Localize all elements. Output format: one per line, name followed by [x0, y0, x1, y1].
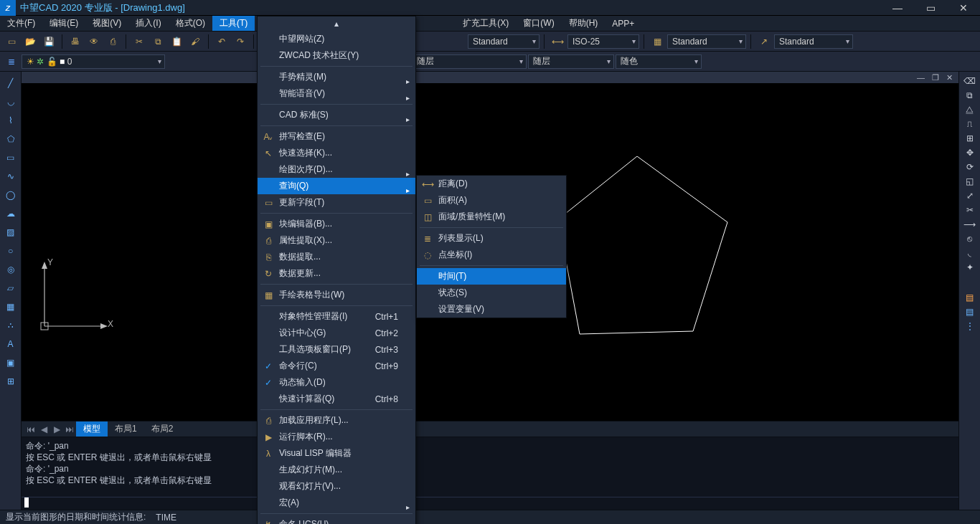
donut-icon[interactable]: ◎ [4, 262, 18, 277]
fillet-icon[interactable]: ◟ [968, 248, 971, 258]
menu-cmdline[interactable]: ✓命令行(C)Ctrl+9 [258, 358, 415, 374]
stretch-icon[interactable]: ⤢ [966, 191, 974, 201]
menu-dataupd[interactable]: ↻数据更新... [258, 265, 415, 282]
block-icon[interactable]: ▣ [4, 356, 18, 370]
menu-designctr[interactable]: 设计中心(G)Ctrl+2 [258, 325, 415, 341]
tab-first-icon[interactable]: ⏮ [24, 424, 37, 434]
menu-attrext[interactable]: ⎙属性提取(X)... [258, 232, 415, 249]
cloud-icon[interactable]: ☁ [4, 206, 18, 221]
minimize-button[interactable]: ― [881, 0, 914, 16]
menu-query[interactable]: 查询(Q) [258, 178, 415, 194]
menu-viewslide[interactable]: 观看幻灯片(V)... [258, 478, 415, 495]
print-icon[interactable]: 🖶 [67, 33, 84, 50]
menu-handexp[interactable]: ▦手绘表格导出(W) [258, 287, 415, 303]
menu-vlisp[interactable]: λVisual LISP 编辑器 [258, 445, 415, 462]
menu-window[interactable]: 窗口(W) [516, 16, 561, 31]
close-button[interactable]: ✕ [947, 0, 980, 16]
layer-manager-icon[interactable]: ≣ [3, 53, 20, 70]
menu-blockedit[interactable]: ▣块编辑器(B)... [258, 216, 415, 232]
mleader-style-dropdown[interactable]: Standard [774, 34, 853, 49]
menu-quicksel[interactable]: ↖快速选择(K)... [258, 145, 415, 161]
polygon-icon[interactable]: ⬠ [4, 132, 18, 146]
copy-icon[interactable]: ⧉ [149, 33, 166, 50]
menu-dataext[interactable]: ⎘数据提取... [258, 249, 415, 265]
ellipse-icon[interactable]: ◯ [4, 188, 18, 202]
table-style-icon[interactable]: ▦ [649, 33, 666, 50]
tab-next-icon[interactable]: ▶ [50, 424, 63, 434]
break-icon[interactable]: ⎋ [967, 234, 972, 244]
menu-file[interactable]: 文件(F) [0, 16, 42, 31]
menu-macro[interactable]: 宏(A) [258, 495, 415, 511]
doc-minimize-icon[interactable]: ― [917, 73, 925, 82]
point-icon[interactable]: ∴ [4, 318, 18, 333]
lineweight-dropdown[interactable]: 随色 [616, 54, 702, 69]
submenu-setvar[interactable]: 设置变量(V) [417, 301, 566, 318]
layer-dropdown[interactable]: ☀ ✲ 🔓 ■ 0 [22, 54, 165, 69]
menu-app[interactable]: APP+ [605, 16, 641, 31]
menu-format[interactable]: 格式(O) [169, 16, 212, 31]
scale-icon[interactable]: ◱ [966, 176, 974, 186]
tools-menu[interactable]: ▴ 中望网站(Z) ZWCAD 技术社区(Y) 手势精灵(M) 智能语音(V) … [257, 16, 416, 524]
tab-layout1[interactable]: 布局1 [108, 421, 144, 437]
dim-icon[interactable]: ⟷ [549, 33, 566, 50]
trim-icon[interactable]: ✂ [966, 205, 974, 215]
table-style-dropdown[interactable]: Standard [667, 34, 746, 49]
cut-icon[interactable]: ✂ [131, 33, 148, 50]
menu-draworder[interactable]: 绘图次序(D)... [258, 161, 415, 178]
menu-quickcalc[interactable]: 快速计算器(Q)Ctrl+8 [258, 391, 415, 407]
text-icon[interactable]: A [4, 337, 18, 351]
table-icon[interactable]: ▦ [4, 300, 18, 314]
menu-dyninput[interactable]: ✓动态输入(D) [258, 374, 415, 391]
menu-tools[interactable]: 工具(T) [212, 16, 255, 31]
menu-cadstd[interactable]: CAD 标准(S) [258, 107, 415, 123]
move-icon[interactable]: ✥ [966, 148, 974, 158]
submenu-list[interactable]: ≣列表显示(L) [417, 230, 566, 247]
polyline-icon[interactable]: ⌇ [4, 113, 18, 128]
menu-toolpal[interactable]: 工具选项板窗口(P)Ctrl+3 [258, 341, 415, 358]
submenu-time[interactable]: 时间(T) [417, 268, 566, 285]
menu-community[interactable]: ZWCAD 技术社区(Y) [258, 47, 415, 64]
mirror-icon[interactable]: ⧋ [966, 105, 974, 115]
menu-runscript[interactable]: ▶运行脚本(R)... [258, 429, 415, 445]
explode-icon[interactable]: ✦ [966, 262, 974, 272]
redo-icon[interactable]: ↷ [232, 33, 249, 50]
menu-nameucs[interactable]: ↯命名 UCS(U)... [258, 516, 415, 524]
command-input[interactable] [22, 497, 958, 510]
circle-icon[interactable]: ○ [4, 244, 18, 258]
publish-icon[interactable]: ⎙ [104, 33, 121, 50]
menu-ext[interactable]: 扩充工具(X) [456, 16, 516, 31]
color-dropdown[interactable]: 随层 [412, 54, 527, 69]
save-icon[interactable]: 💾 [40, 33, 57, 50]
dim-style-dropdown[interactable]: ISO-25 [567, 34, 639, 49]
preview-icon[interactable]: 👁 [85, 33, 103, 50]
menu-view[interactable]: 视图(V) [85, 16, 128, 31]
match-icon[interactable]: 🖌 [187, 33, 204, 50]
props-icon[interactable]: ▤ [966, 292, 974, 303]
menu-spell[interactable]: Aᵥ拼写检查(E) [258, 128, 415, 145]
menu-edit[interactable]: 编辑(E) [42, 16, 85, 31]
submenu-distance[interactable]: ⟷距离(D) [417, 176, 566, 192]
menu-loadapp[interactable]: ⎙加载应用程序(L)... [258, 412, 415, 429]
tab-layout2[interactable]: 布局2 [144, 421, 181, 437]
doc-restore-icon[interactable]: ❐ [932, 73, 939, 82]
hatch-icon[interactable]: ▨ [4, 225, 18, 239]
region-icon[interactable]: ▱ [4, 281, 18, 295]
menu-scroll-up-
-icon[interactable]: ▴ [258, 16, 415, 31]
query-submenu[interactable]: ⟷距离(D) ▭面积(A) ◫面域/质量特性(M) ≣列表显示(L) ◌点坐标(… [416, 175, 567, 318]
extend-icon[interactable]: ⟶ [963, 219, 976, 229]
linetype-dropdown[interactable]: 随层 [528, 54, 614, 69]
erase-icon[interactable]: ⌫ [963, 76, 976, 86]
spline-icon[interactable]: ∿ [4, 169, 18, 184]
menu-website[interactable]: 中望网站(Z) [258, 31, 415, 47]
tab-prev-icon[interactable]: ◀ [37, 424, 50, 434]
submenu-idpoint[interactable]: ◌点坐标(I) [417, 247, 566, 263]
maximize-button[interactable]: ▭ [914, 0, 947, 16]
menu-gesture[interactable]: 手势精灵(M) [258, 69, 415, 85]
grid-icon[interactable]: ⊞ [4, 374, 18, 389]
doc-close-icon[interactable]: ✕ [946, 73, 953, 82]
offset-icon[interactable]: ⎍ [967, 119, 972, 129]
tab-model[interactable]: 模型 [76, 421, 108, 437]
menu-voice[interactable]: 智能语音(V) [258, 85, 415, 102]
rotate-icon[interactable]: ⟳ [966, 162, 974, 172]
arc-icon[interactable]: ◡ [4, 95, 18, 109]
